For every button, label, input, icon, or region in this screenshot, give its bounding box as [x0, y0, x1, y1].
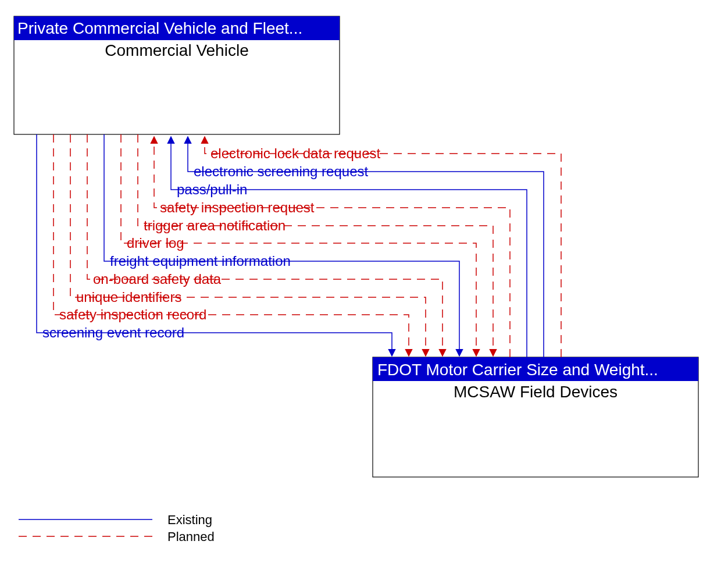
- svg-text:freight equipment information: freight equipment information: [110, 253, 291, 269]
- svg-text:screening event record: screening event record: [42, 325, 184, 340]
- architecture-flow-diagram: Private Commercial Vehicle and Fleet... …: [0, 0, 728, 573]
- flow-electronic-screening-request: electronic screening request: [188, 137, 544, 357]
- node-commercial-vehicle: Private Commercial Vehicle and Fleet... …: [14, 16, 340, 134]
- svg-text:trigger area notification: trigger area notification: [144, 218, 286, 233]
- svg-text:unique identifiers: unique identifiers: [76, 289, 181, 305]
- cv-header-text: Private Commercial Vehicle and Fleet...: [17, 19, 302, 37]
- mcsaw-header-text: FDOT Motor Carrier Size and Weight...: [377, 361, 658, 379]
- svg-text:pass/pull-in: pass/pull-in: [177, 181, 247, 197]
- svg-text:driver log: driver log: [127, 235, 184, 251]
- svg-text:safety inspection record: safety inspection record: [59, 307, 206, 322]
- mcsaw-title-text: MCSAW Field Devices: [454, 383, 618, 401]
- svg-text:on-board safety data: on-board safety data: [93, 271, 222, 287]
- legend-existing-label: Existing: [167, 513, 212, 527]
- node-mcsaw-field-devices: FDOT Motor Carrier Size and Weight... MC…: [373, 357, 698, 477]
- svg-text:safety inspection request: safety inspection request: [160, 200, 315, 215]
- legend: Existing Planned: [19, 513, 215, 544]
- legend-planned-label: Planned: [167, 529, 215, 544]
- svg-text:electronic lock data request: electronic lock data request: [210, 145, 380, 161]
- svg-text:electronic screening request: electronic screening request: [194, 163, 368, 179]
- cv-title-text: Commercial Vehicle: [105, 41, 248, 59]
